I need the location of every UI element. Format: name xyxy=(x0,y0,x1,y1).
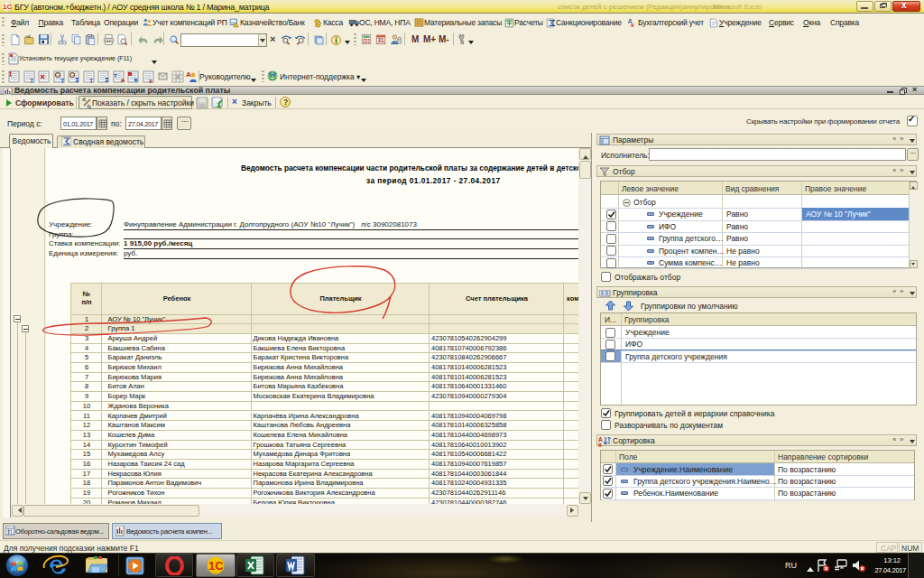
svg-text:х: х xyxy=(149,78,152,84)
svg-text:я: я xyxy=(598,442,602,447)
svg-text:Т: Т xyxy=(30,78,34,84)
svg-text:1С: 1С xyxy=(208,559,224,573)
svg-text:К: К xyxy=(631,23,634,28)
svg-text:Т: Т xyxy=(60,78,65,84)
svg-text:Т: Т xyxy=(89,78,94,84)
svg-text:Т: Т xyxy=(7,529,11,535)
svg-text:Т: Т xyxy=(114,73,117,79)
svg-text:А: А xyxy=(186,70,191,79)
svg-text:31: 31 xyxy=(377,37,384,43)
